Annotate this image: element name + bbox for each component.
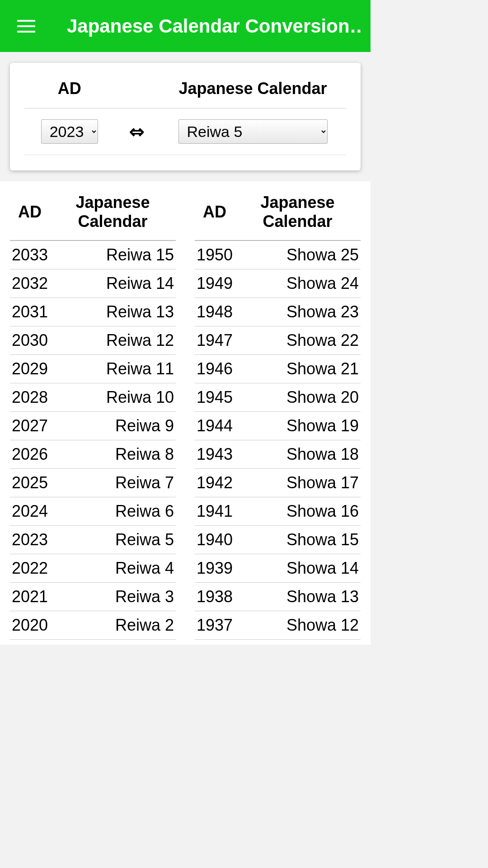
table-row: 1949Showa 24 [195, 269, 361, 298]
card-jc-header: Japanese Calendar [160, 73, 346, 108]
jc-cell: Reiwa 3 [50, 583, 176, 611]
ad-cell: 1937 [195, 611, 235, 640]
table-row: 1950Showa 25 [195, 241, 361, 269]
right-ad-header: AD [195, 188, 235, 241]
ad-year-select[interactable]: 2023 [41, 119, 98, 144]
page-title: Japanese Calendar Conversion… [67, 15, 361, 37]
ad-cell: 2029 [10, 355, 50, 383]
jc-cell: Showa 22 [235, 326, 361, 355]
table-row: 2022Reiwa 4 [10, 554, 176, 583]
table-row: 1946Showa 21 [195, 355, 361, 383]
jc-cell: Reiwa 15 [50, 241, 176, 269]
ad-cell: 1939 [195, 554, 235, 583]
jc-cell: Showa 21 [235, 355, 361, 383]
right-jc-header: Japanese Calendar [235, 188, 361, 241]
jc-cell: Showa 23 [235, 298, 361, 326]
jc-cell: Showa 18 [235, 440, 361, 469]
ad-cell: 2019 [10, 640, 50, 645]
jc-cell: Showa 12 [235, 611, 361, 640]
jc-cell: Heisei 31/ Reiwa 1 [50, 640, 176, 645]
table-row: 2027Reiwa 9 [10, 412, 176, 440]
jc-cell: Showa 25 [235, 241, 361, 269]
left-ad-header: AD [10, 188, 50, 241]
jc-cell: Reiwa 5 [50, 526, 176, 554]
table-row: 1942Showa 17 [195, 469, 361, 497]
table-row: 2025Reiwa 7 [10, 469, 176, 497]
table-row: 2029Reiwa 11 [10, 355, 176, 383]
ad-cell: 2021 [10, 583, 50, 611]
table-row: 2021Reiwa 3 [10, 583, 176, 611]
table-row: 1944Showa 19 [195, 412, 361, 440]
ad-cell: 1947 [195, 326, 235, 355]
ad-cell: 1936 [195, 640, 235, 645]
table-row: 2030Reiwa 12 [10, 326, 176, 355]
jc-cell: Reiwa 10 [50, 383, 176, 412]
table-row: 1936Showa 11 [195, 640, 361, 645]
jc-cell: Reiwa 6 [50, 497, 176, 526]
ad-cell: 2033 [10, 241, 50, 269]
jc-cell: Showa 19 [235, 412, 361, 440]
table-row: 1940Showa 15 [195, 526, 361, 554]
table-row: 1945Showa 20 [195, 383, 361, 412]
ad-cell: 1945 [195, 383, 235, 412]
jc-cell: Reiwa 9 [50, 412, 176, 440]
table-row: 2028Reiwa 10 [10, 383, 176, 412]
ad-cell: 1949 [195, 269, 235, 298]
table-row: 2024Reiwa 6 [10, 497, 176, 526]
jc-cell: Showa 11 [235, 640, 361, 645]
ad-cell: 1940 [195, 526, 235, 554]
jc-cell: Showa 16 [235, 497, 361, 526]
table-row: 1943Showa 18 [195, 440, 361, 469]
jc-cell: Reiwa 12 [50, 326, 176, 355]
ad-cell: 2030 [10, 326, 50, 355]
table-row: 2019Heisei 31/ Reiwa 1 [10, 640, 176, 645]
jc-cell: Showa 15 [235, 526, 361, 554]
card-ad-header: AD [24, 73, 114, 108]
jc-cell: Reiwa 2 [50, 611, 176, 640]
ad-cell: 2023 [10, 526, 50, 554]
converter-card: AD Japanese Calendar 2023 ⇔ Reiwa 5 [10, 63, 361, 170]
table-row: 2032Reiwa 14 [10, 269, 176, 298]
jc-cell: Showa 20 [235, 383, 361, 412]
ad-cell: 2022 [10, 554, 50, 583]
ad-cell: 1942 [195, 469, 235, 497]
table-row: 2033Reiwa 15 [10, 241, 176, 269]
ad-cell: 2027 [10, 412, 50, 440]
table-row: 2020Reiwa 2 [10, 611, 176, 640]
jc-cell: Reiwa 8 [50, 440, 176, 469]
jc-cell: Reiwa 14 [50, 269, 176, 298]
jc-cell: Reiwa 4 [50, 554, 176, 583]
ad-cell: 2025 [10, 469, 50, 497]
swap-icon[interactable]: ⇔ [129, 122, 145, 142]
jc-cell: Showa 14 [235, 554, 361, 583]
jc-cell: Reiwa 11 [50, 355, 176, 383]
jc-cell: Reiwa 13 [50, 298, 176, 326]
jc-cell: Showa 24 [235, 269, 361, 298]
ad-cell: 1938 [195, 583, 235, 611]
ad-cell: 2031 [10, 298, 50, 326]
ad-cell: 2028 [10, 383, 50, 412]
table-row: 2026Reiwa 8 [10, 440, 176, 469]
jc-cell: Showa 13 [235, 583, 361, 611]
left-jc-header: Japanese Calendar [50, 188, 176, 241]
jc-cell: Showa 17 [235, 469, 361, 497]
ad-cell: 2024 [10, 497, 50, 526]
right-year-table: AD Japanese Calendar 1950Showa 251949Sho… [195, 188, 361, 645]
japanese-year-select[interactable]: Reiwa 5 [178, 119, 328, 144]
ad-cell: 2032 [10, 269, 50, 298]
table-row: 1939Showa 14 [195, 554, 361, 583]
table-row: 1947Showa 22 [195, 326, 361, 355]
jc-cell: Reiwa 7 [50, 469, 176, 497]
ad-cell: 1948 [195, 298, 235, 326]
ad-cell: 1944 [195, 412, 235, 440]
ad-cell: 2020 [10, 611, 50, 640]
ad-cell: 1941 [195, 497, 235, 526]
conversion-tables: AD Japanese Calendar 2033Reiwa 152032Rei… [0, 181, 371, 645]
ad-cell: 1946 [195, 355, 235, 383]
ad-cell: 1950 [195, 241, 235, 269]
table-row: 1941Showa 16 [195, 497, 361, 526]
ad-cell: 2026 [10, 440, 50, 469]
table-row: 1948Showa 23 [195, 298, 361, 326]
hamburger-icon[interactable] [17, 17, 35, 35]
left-year-table: AD Japanese Calendar 2033Reiwa 152032Rei… [10, 188, 176, 645]
